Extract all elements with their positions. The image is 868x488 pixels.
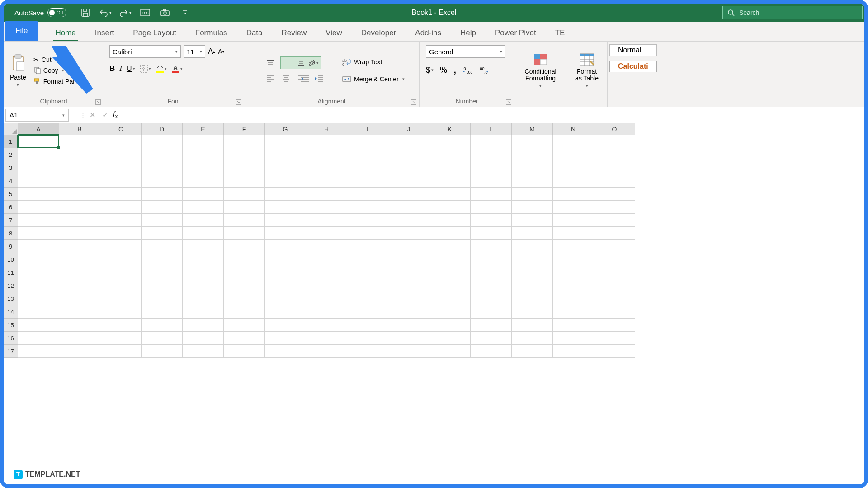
col-header-D[interactable]: D — [142, 123, 183, 135]
cell[interactable] — [429, 279, 471, 292]
cell[interactable] — [429, 266, 471, 279]
cell[interactable] — [471, 332, 512, 345]
zoom100-icon[interactable]: 100 — [139, 6, 151, 19]
cell[interactable] — [512, 148, 553, 161]
cell[interactable] — [306, 332, 347, 345]
cell[interactable] — [553, 214, 594, 227]
cell[interactable] — [142, 174, 183, 188]
comma-format-button[interactable]: , — [453, 64, 456, 76]
font-name-combo[interactable]: Calibri▾ — [109, 45, 181, 58]
cut-button[interactable]: ✂Cut — [32, 56, 87, 64]
col-header-O[interactable]: O — [594, 123, 635, 135]
cell[interactable] — [183, 214, 224, 227]
font-size-combo[interactable]: 11▾ — [184, 45, 205, 58]
cell[interactable] — [224, 201, 265, 214]
cell[interactable] — [265, 266, 306, 279]
cell[interactable] — [347, 135, 388, 148]
cell[interactable] — [429, 345, 471, 358]
cell[interactable] — [224, 253, 265, 266]
cell[interactable] — [306, 227, 347, 240]
col-header-E[interactable]: E — [183, 123, 224, 135]
cell[interactable] — [388, 148, 429, 161]
row-header[interactable]: 2 — [4, 148, 18, 161]
cell[interactable] — [59, 345, 100, 358]
cell[interactable] — [471, 214, 512, 227]
cell[interactable] — [142, 214, 183, 227]
cell[interactable] — [265, 201, 306, 214]
cell[interactable] — [224, 266, 265, 279]
cell[interactable] — [100, 148, 142, 161]
cell[interactable] — [306, 214, 347, 227]
cell[interactable] — [183, 161, 224, 174]
cell[interactable] — [59, 332, 100, 345]
cell[interactable] — [594, 345, 635, 358]
cell[interactable] — [512, 227, 553, 240]
cell[interactable] — [429, 214, 471, 227]
cell[interactable] — [347, 253, 388, 266]
cell[interactable] — [553, 135, 594, 148]
cell[interactable] — [265, 345, 306, 358]
cell[interactable] — [347, 319, 388, 332]
cell[interactable] — [388, 253, 429, 266]
cell[interactable] — [59, 266, 100, 279]
row-header[interactable]: 15 — [4, 319, 18, 332]
cell[interactable] — [471, 148, 512, 161]
cell[interactable] — [512, 174, 553, 188]
select-all-corner[interactable] — [4, 123, 18, 135]
cell[interactable] — [265, 161, 306, 174]
cell[interactable] — [59, 135, 100, 148]
cell[interactable] — [18, 201, 59, 214]
cell[interactable] — [100, 161, 142, 174]
formula-input[interactable] — [122, 109, 864, 122]
cell[interactable] — [306, 135, 347, 148]
cell[interactable] — [183, 135, 224, 148]
cell[interactable] — [594, 227, 635, 240]
cell[interactable] — [59, 148, 100, 161]
dialog-launcher-icon[interactable]: ↘ — [506, 99, 511, 105]
cell[interactable] — [553, 292, 594, 305]
row-header[interactable]: 9 — [4, 240, 18, 253]
cell[interactable] — [183, 266, 224, 279]
cell[interactable] — [100, 266, 142, 279]
cell[interactable] — [388, 292, 429, 305]
camera-icon[interactable] — [159, 6, 171, 19]
cell[interactable] — [18, 227, 59, 240]
dialog-launcher-icon[interactable]: ↘ — [236, 99, 241, 105]
dialog-launcher-icon[interactable]: ↘ — [411, 99, 416, 105]
cell[interactable] — [18, 148, 59, 161]
cell[interactable] — [183, 305, 224, 319]
row-header[interactable]: 12 — [4, 279, 18, 292]
fill-color-button[interactable]: ▾ — [156, 64, 167, 73]
cell[interactable] — [594, 174, 635, 188]
cell[interactable] — [347, 279, 388, 292]
cell[interactable] — [388, 332, 429, 345]
cell[interactable] — [265, 305, 306, 319]
cell[interactable] — [183, 279, 224, 292]
cell[interactable] — [388, 240, 429, 253]
cell[interactable] — [265, 253, 306, 266]
cell[interactable] — [347, 292, 388, 305]
tab-review[interactable]: Review — [280, 24, 309, 41]
cell[interactable] — [265, 279, 306, 292]
cell[interactable] — [594, 266, 635, 279]
cell[interactable] — [553, 227, 594, 240]
cell[interactable] — [388, 161, 429, 174]
cell[interactable] — [224, 332, 265, 345]
borders-button[interactable]: ▾ — [140, 65, 151, 73]
autosave-toggle[interactable]: AutoSave Off — [14, 8, 66, 17]
cell[interactable] — [306, 266, 347, 279]
cell[interactable] — [471, 174, 512, 188]
cell[interactable] — [224, 135, 265, 148]
cell[interactable] — [142, 135, 183, 148]
tab-help[interactable]: Help — [458, 24, 478, 41]
row-header[interactable]: 7 — [4, 214, 18, 227]
cell[interactable] — [388, 214, 429, 227]
cell[interactable] — [306, 188, 347, 201]
col-header-H[interactable]: H — [306, 123, 347, 135]
cell[interactable] — [306, 201, 347, 214]
undo-icon[interactable]: ▾ — [99, 6, 112, 19]
cell[interactable] — [594, 292, 635, 305]
cell[interactable] — [100, 279, 142, 292]
cell[interactable] — [512, 253, 553, 266]
increase-indent-icon[interactable] — [315, 75, 324, 83]
